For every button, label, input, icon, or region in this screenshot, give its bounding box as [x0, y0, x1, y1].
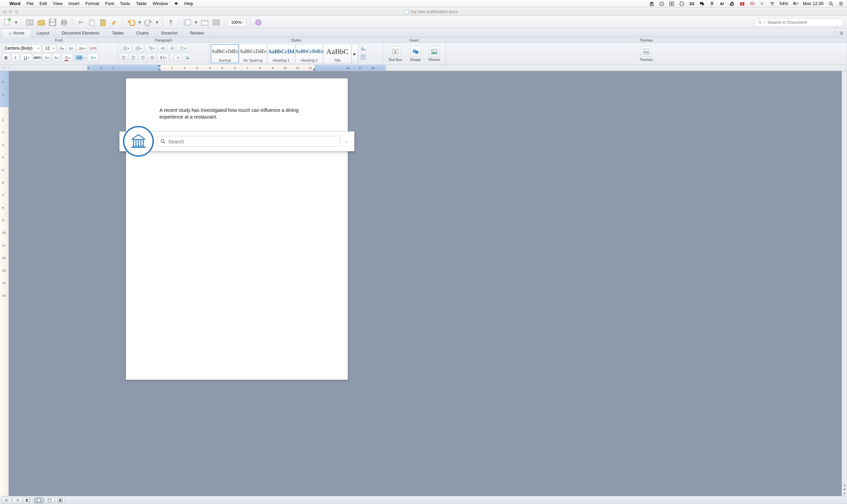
undo-dropdown-button[interactable]: ▾ — [138, 18, 142, 27]
minimize-window-button[interactable] — [9, 10, 12, 13]
shrink-font-button[interactable]: A▾ — [67, 44, 75, 52]
menubar-building-icon[interactable] — [649, 1, 654, 6]
font-color-button[interactable]: A▾ — [61, 54, 73, 61]
show-formatting-button[interactable]: ¶ — [166, 18, 176, 27]
save-button[interactable] — [48, 18, 57, 27]
insert-shape-button[interactable]: Shape — [410, 46, 421, 61]
document-page[interactable]: A recent study has investigated how touc… — [126, 78, 348, 380]
menubar-spotlight-icon[interactable] — [828, 1, 834, 6]
superscript-button[interactable]: A2 — [43, 54, 51, 61]
menu-tools[interactable]: Tools — [120, 1, 130, 6]
menubar-star-icon[interactable] — [669, 1, 674, 6]
format-painter-button[interactable] — [110, 18, 119, 27]
citation-search-field[interactable] — [157, 136, 340, 147]
new-dropdown-button[interactable]: ▾ — [14, 18, 18, 27]
italic-button[interactable]: I — [12, 54, 19, 61]
style-no-spacing[interactable]: AaBbCcDdEeNo Spacing — [239, 44, 267, 63]
menubar-info-icon[interactable]: i — [679, 1, 685, 6]
help-button[interactable]: ? — [254, 18, 263, 27]
menubar-bluetooth-icon[interactable]: ✱ — [760, 1, 765, 6]
menubar-wifi-icon[interactable] — [770, 1, 775, 6]
ribbon-tab-home[interactable]: ⌂Home — [3, 29, 31, 37]
align-left-button[interactable] — [120, 54, 128, 61]
highlight-button[interactable]: AB▾ — [74, 54, 86, 61]
menubar-cloud-icon[interactable] — [749, 1, 755, 6]
underline-button[interactable]: U▾ — [21, 54, 32, 61]
insert-picture-button[interactable]: Picture — [428, 46, 440, 61]
bullet-list-button[interactable]: ▾ — [120, 44, 131, 52]
menu-edit[interactable]: Edit — [39, 1, 47, 6]
menu-file[interactable]: File — [27, 1, 34, 6]
themes-button[interactable]: Aa Themes — [640, 46, 653, 61]
menubar-notifications-icon[interactable] — [838, 1, 844, 6]
media-browser-button[interactable] — [211, 18, 221, 27]
shading-button[interactable]: ▾ — [170, 54, 181, 61]
zoom-window-button[interactable] — [15, 10, 18, 13]
citation-search-input[interactable] — [168, 139, 337, 144]
search-document-field[interactable]: ▾ — [754, 18, 844, 27]
view-publishing-button[interactable] — [23, 497, 33, 503]
ribbon-settings-button[interactable]: ⚙ — [839, 31, 844, 36]
ribbon-tab-layout[interactable]: Layout — [31, 29, 56, 37]
view-draft-button[interactable] — [2, 497, 12, 503]
menu-view[interactable]: View — [53, 1, 62, 6]
collapse-ribbon-button[interactable]: ˄ — [834, 31, 836, 36]
vertical-scrollbar[interactable]: ▴●▾ — [842, 71, 847, 496]
sidebar-dropdown-button[interactable]: ▾ — [194, 18, 198, 27]
search-document-input[interactable] — [767, 20, 841, 25]
menubar-gdrive-icon[interactable] — [729, 1, 735, 6]
menubar-clock-icon[interactable] — [659, 1, 665, 6]
style-normal[interactable]: AaBbCcDdEeNormal — [211, 44, 239, 63]
align-justify-button[interactable] — [148, 54, 156, 61]
view-focus-button[interactable] — [56, 497, 65, 503]
citation-dropdown-button[interactable]: ⌄ — [343, 139, 350, 144]
app-menu[interactable]: Word — [10, 1, 20, 6]
align-right-button[interactable] — [139, 54, 147, 61]
align-center-button[interactable] — [129, 54, 137, 61]
grow-font-button[interactable]: A▴ — [58, 44, 66, 52]
text-effects-button[interactable]: A▾ — [87, 54, 99, 61]
open-button[interactable] — [36, 18, 46, 27]
strikethrough-button[interactable]: ABC — [34, 54, 41, 61]
redo-dropdown-button[interactable]: ▾ — [155, 18, 159, 27]
menu-insert[interactable]: Insert — [68, 1, 80, 6]
cut-button[interactable]: ✂ — [76, 18, 85, 27]
scroll-up-icon[interactable]: ▴ — [844, 483, 845, 487]
menubar-pause-icon[interactable]: ▮▮ — [739, 1, 745, 6]
menu-font[interactable]: Font — [105, 1, 114, 6]
style-heading-2[interactable]: AaBbCcDdEeHeading 2 — [295, 44, 323, 63]
ribbon-tab-smartart[interactable]: SmartArt — [155, 29, 184, 37]
body-paragraph[interactable]: A recent study has investigated how touc… — [159, 107, 314, 120]
copy-button[interactable] — [87, 18, 96, 27]
paste-button[interactable] — [99, 18, 108, 27]
view-outline-button[interactable] — [13, 497, 22, 503]
undo-button[interactable] — [126, 18, 136, 27]
line-spacing-button[interactable]: ▾ — [157, 54, 169, 61]
print-button[interactable] — [59, 18, 69, 27]
vertical-ruler[interactable]: 21123456789101112131415 — [0, 71, 9, 496]
number-list-button[interactable]: 123▾ — [133, 44, 144, 52]
browse-object-icon[interactable]: ● — [843, 487, 845, 491]
menubar-adobe-icon[interactable]: A‌I — [719, 1, 725, 6]
style-heading-1[interactable]: AaBbCcDdHeading 1 — [267, 44, 295, 63]
sidebar-toggle-button[interactable] — [182, 18, 192, 27]
change-case-button[interactable]: Aa▾ — [76, 44, 88, 52]
zoom-level[interactable]: 100%▾ — [228, 18, 247, 26]
multilevel-list-button[interactable]: ▾ — [145, 44, 157, 52]
style-title[interactable]: AaBbCTitle — [323, 44, 351, 63]
menubar-bell-icon[interactable] — [709, 1, 714, 6]
view-print-layout-button[interactable] — [34, 497, 43, 503]
clear-formatting-button[interactable]: A⌫ — [89, 44, 97, 52]
menu-script-icon[interactable]: ❖ — [174, 1, 178, 6]
menubar-chat-icon[interactable] — [699, 1, 705, 6]
subscript-button[interactable]: A2 — [52, 54, 60, 61]
font-name-select[interactable]: Cambria (Body)▾ — [2, 44, 41, 52]
menu-table[interactable]: Table — [136, 1, 146, 6]
new-document-button[interactable]: + — [3, 18, 12, 27]
ribbon-tab-tables[interactable]: Tables — [106, 29, 130, 37]
menu-help[interactable]: Help — [184, 1, 193, 6]
templates-button[interactable] — [25, 18, 35, 27]
bold-button[interactable]: B — [2, 54, 10, 61]
tab-selector[interactable]: ⌐ — [0, 65, 9, 71]
decrease-indent-button[interactable] — [158, 44, 166, 52]
